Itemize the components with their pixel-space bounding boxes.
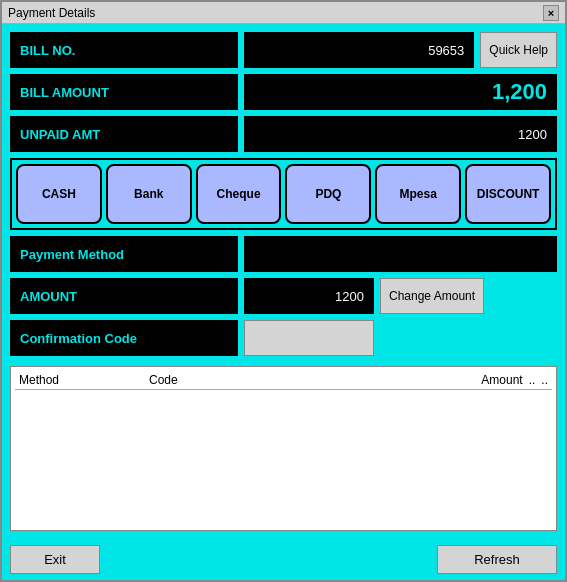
bank-button[interactable]: Bank bbox=[106, 164, 192, 224]
bill-amount-label: BILL AMOUNT bbox=[10, 74, 238, 110]
table-dots-1: .. bbox=[529, 373, 536, 387]
payment-methods-container: CASH Bank Cheque PDQ Mpesa DISCOUNT bbox=[10, 158, 557, 230]
bottom-bar: Exit Refresh bbox=[2, 539, 565, 580]
bill-no-value: 59653 bbox=[244, 32, 474, 68]
table-col-code-header: Code bbox=[149, 373, 279, 387]
amount-label: AMOUNT bbox=[10, 278, 238, 314]
bill-amount-value: 1,200 bbox=[244, 74, 557, 110]
unpaid-amt-value: 1200 bbox=[244, 116, 557, 152]
change-amount-button[interactable]: Change Amount bbox=[380, 278, 484, 314]
unpaid-amt-label: UNPAID AMT bbox=[10, 116, 238, 152]
mpesa-button[interactable]: Mpesa bbox=[375, 164, 461, 224]
amount-row: AMOUNT 1200 Change Amount bbox=[10, 278, 557, 314]
content-area: BILL NO. 59653 Quick Help BILL AMOUNT 1,… bbox=[2, 24, 565, 539]
cash-button[interactable]: CASH bbox=[16, 164, 102, 224]
table-col-method-header: Method bbox=[19, 373, 149, 387]
bill-no-label: BILL NO. bbox=[10, 32, 238, 68]
bill-no-row: BILL NO. 59653 Quick Help bbox=[10, 32, 557, 68]
table-col-amount-header: Amount bbox=[279, 373, 523, 387]
close-button[interactable]: × bbox=[543, 5, 559, 21]
payment-table: Method Code Amount .. .. bbox=[10, 366, 557, 531]
confirmation-code-label: Confirmation Code bbox=[10, 320, 238, 356]
bill-amount-row: BILL AMOUNT 1,200 bbox=[10, 74, 557, 110]
payment-details-window: Payment Details × BILL NO. 59653 Quick H… bbox=[0, 0, 567, 582]
confirmation-code-input[interactable] bbox=[244, 320, 374, 356]
quick-help-button[interactable]: Quick Help bbox=[480, 32, 557, 68]
payment-method-label: Payment Method bbox=[10, 236, 238, 272]
cheque-button[interactable]: Cheque bbox=[196, 164, 282, 224]
discount-button[interactable]: DISCOUNT bbox=[465, 164, 551, 224]
payment-method-value bbox=[244, 236, 557, 272]
window-title: Payment Details bbox=[8, 6, 95, 20]
confirmation-code-row: Confirmation Code bbox=[10, 320, 557, 356]
title-bar: Payment Details × bbox=[2, 2, 565, 24]
table-dots-2: .. bbox=[541, 373, 548, 387]
exit-button[interactable]: Exit bbox=[10, 545, 100, 574]
amount-value: 1200 bbox=[244, 278, 374, 314]
table-header-row: Method Code Amount .. .. bbox=[15, 371, 552, 390]
pdq-button[interactable]: PDQ bbox=[285, 164, 371, 224]
payment-method-row: Payment Method bbox=[10, 236, 557, 272]
refresh-button[interactable]: Refresh bbox=[437, 545, 557, 574]
unpaid-amt-row: UNPAID AMT 1200 bbox=[10, 116, 557, 152]
